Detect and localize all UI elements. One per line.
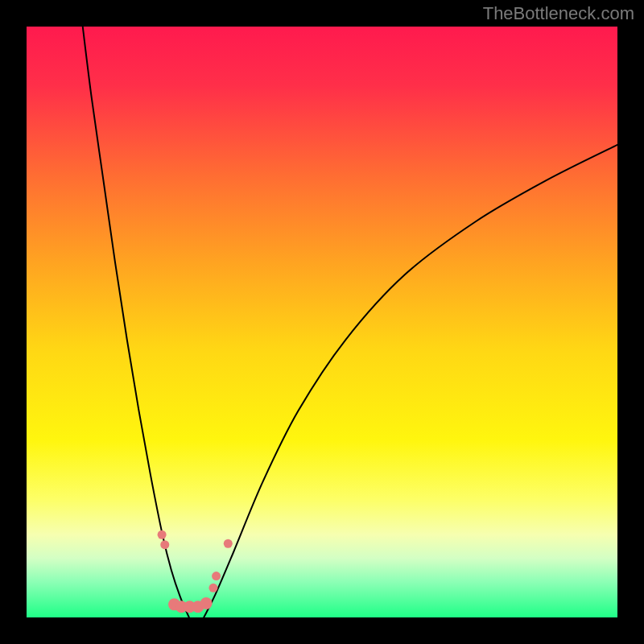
marker-point [224,539,233,548]
chart-container: TheBottleneck.com [0,0,644,644]
marker-point [160,540,169,549]
marker-point [212,572,221,580]
marker-point [158,530,167,539]
marker-point [200,597,213,609]
attribution-label: TheBottleneck.com [483,3,634,24]
marker-point [208,584,217,592]
bottleneck-chart [0,0,644,644]
plot-background [27,27,617,617]
